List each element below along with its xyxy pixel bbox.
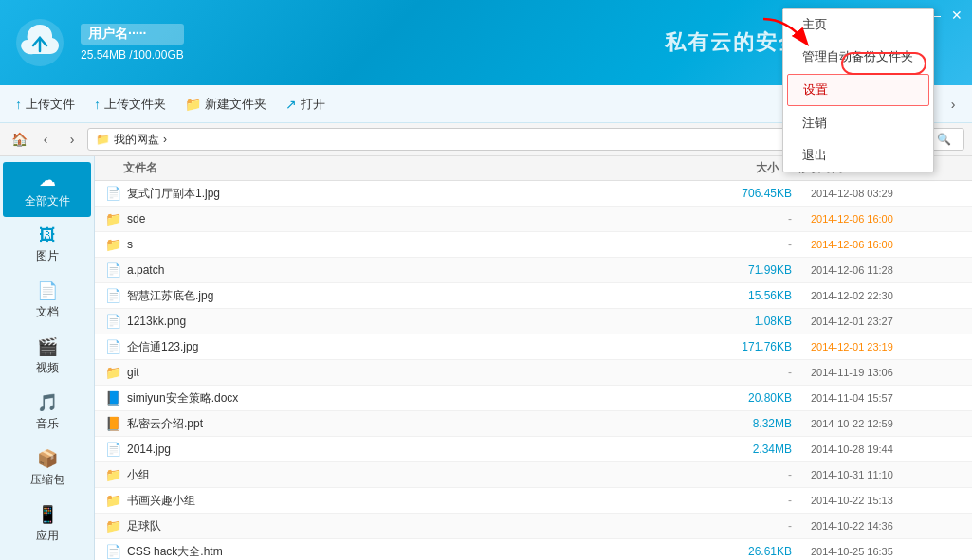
new-folder-button[interactable]: 📁 新建文件夹 (177, 92, 274, 117)
file-row[interactable]: 📄 1213kk.png 1.08KB 2014-12-01 23:27 (95, 309, 972, 334)
file-row[interactable]: 📄 CSS hack大全.htm 26.61KB 2014-10-25 16:3… (95, 539, 972, 560)
breadcrumb-sep: › (163, 133, 167, 146)
upload-file-button[interactable]: ↑ 上传文件 (8, 92, 83, 117)
file-row[interactable]: 📁 足球队 - 2014-10-22 14:36 (95, 514, 972, 539)
file-size: 2.34MB (697, 443, 811, 456)
file-row[interactable]: 📙 私密云介绍.ppt 8.32MB 2014-10-22 12:59 (95, 411, 972, 437)
sidebar-item-zip[interactable]: 📦 压缩包 (3, 441, 91, 496)
file-row[interactable]: 📁 s - 2014-12-06 16:00 (95, 232, 972, 258)
sidebar-item-images[interactable]: 🖼 图片 (3, 218, 91, 272)
file-icon: 📄 (104, 441, 121, 458)
sidebar-icon-images: 🖼 (39, 226, 56, 245)
home-button[interactable]: 🏠 (8, 128, 30, 151)
file-name: 足球队 (127, 518, 697, 534)
new-folder-label: 新建文件夹 (205, 96, 266, 113)
forward-button[interactable]: › (61, 128, 83, 151)
upload-file-label: 上传文件 (26, 96, 75, 113)
file-name: sde (127, 212, 697, 226)
file-icon: 📄 (104, 338, 121, 355)
file-row[interactable]: 📁 sde - 2014-12-06 16:00 (95, 207, 972, 232)
file-row[interactable]: 📁 git - 2014-11-19 13:06 (95, 360, 972, 386)
sidebar-item-apps[interactable]: 📱 应用 (3, 497, 91, 551)
file-size: 171.76KB (697, 340, 811, 353)
file-row[interactable]: 📘 simiyun安全策略.docx 20.80KB 2014-11-04 15… (95, 386, 972, 411)
file-icon: 📘 (104, 389, 121, 406)
upload-file-icon: ↑ (15, 97, 22, 112)
sidebar-item-video[interactable]: 🎬 视频 (3, 329, 91, 384)
open-button[interactable]: ↗ 打开 (278, 92, 333, 117)
file-row[interactable]: 📄 企信通123.jpg 171.76KB 2014-12-01 23:19 (95, 334, 972, 360)
arrow-indicator (759, 14, 816, 52)
sidebar-item-all[interactable]: ☁ 全部文件 (3, 162, 91, 217)
file-size: - (697, 212, 811, 226)
open-icon: ↗ (285, 97, 297, 112)
close-button[interactable]: ✕ (946, 5, 967, 26)
sidebar-label-images: 图片 (36, 248, 59, 264)
file-date: 2014-12-08 03:29 (811, 188, 963, 199)
file-size: - (697, 366, 811, 379)
file-name: 复式门厅副本1.jpg (127, 186, 697, 202)
open-label: 打开 (301, 96, 325, 113)
breadcrumb-path: 📁 我的网盘 › (87, 128, 803, 151)
file-date: 2014-10-31 11:10 (811, 469, 963, 480)
search-icon: 🔍 (937, 133, 951, 146)
file-name: 智慧江苏底色.jpg (127, 288, 697, 304)
sidebar-icon-docs: 📄 (37, 280, 58, 301)
upload-folder-button[interactable]: ↑ 上传文件夹 (86, 92, 174, 117)
file-date: 2014-10-22 15:13 (811, 495, 963, 506)
file-name: s (127, 238, 697, 251)
dropdown-item-exit[interactable]: 退出 (783, 139, 933, 172)
file-area: 文件名 大小 修改时间 📄 复式门厅副本1.jpg 706.45KB 2014-… (95, 156, 972, 560)
folder-icon: 📁 (96, 133, 110, 146)
dropdown-item-settings[interactable]: 设置 (787, 74, 929, 106)
sidebar-icon-zip: 📦 (37, 448, 58, 469)
sidebar-item-other[interactable]: ⊕ 其他 (3, 552, 91, 560)
file-icon: 📄 (104, 185, 121, 202)
file-row[interactable]: 📁 小组 - 2014-10-31 11:10 (95, 462, 972, 488)
file-name: 小组 (127, 467, 697, 483)
back-button[interactable]: ‹ (34, 128, 57, 151)
file-name: 1213kk.png (127, 315, 697, 328)
sidebar-label-docs: 文档 (36, 304, 59, 320)
file-date: 2014-10-28 19:44 (811, 443, 963, 455)
file-date: 2014-10-22 14:36 (811, 520, 963, 532)
header-username: 用户名····· (81, 24, 184, 45)
sidebar-label-all: 全部文件 (25, 193, 70, 209)
breadcrumb-root: 我的网盘 (114, 132, 159, 148)
file-list: 📄 复式门厅副本1.jpg 706.45KB 2014-12-08 03:29 … (95, 181, 972, 560)
sidebar-label-video: 视频 (36, 360, 59, 376)
file-row[interactable]: 📄 a.patch 71.99KB 2014-12-06 11:28 (95, 258, 972, 283)
file-row[interactable]: 📄 2014.jpg 2.34MB 2014-10-28 19:44 (95, 437, 972, 462)
file-date: 2014-10-25 16:35 (811, 546, 963, 557)
file-icon: 📄 (104, 287, 121, 304)
header-storage: 25.54MB /100.00GB (81, 48, 184, 62)
file-row[interactable]: 📄 智慧江苏底色.jpg 15.56KB 2014-12-02 22:30 (95, 283, 972, 309)
col-size-header: 大小 (684, 160, 798, 176)
sidebar-item-docs[interactable]: 📄 文档 (3, 273, 91, 328)
sidebar-item-music[interactable]: 🎵 音乐 (3, 385, 91, 440)
file-name: CSS hack大全.htm (127, 544, 697, 560)
dropdown-item-logout[interactable]: 注销 (783, 107, 933, 139)
sidebar-label-apps: 应用 (36, 528, 59, 544)
new-folder-icon: 📁 (185, 97, 201, 112)
file-row[interactable]: 📁 书画兴趣小组 - 2014-10-22 15:13 (95, 488, 972, 514)
file-icon: 📄 (104, 313, 121, 330)
sidebar-icon-video: 🎬 (37, 336, 58, 357)
file-date: 2014-10-22 12:59 (811, 418, 963, 429)
file-size: 15.56KB (697, 289, 811, 302)
col-name-header: 文件名 (104, 160, 684, 176)
file-icon: 📄 (104, 543, 121, 560)
file-name: simiyun安全策略.docx (127, 390, 697, 406)
file-date: 2014-12-02 22:30 (811, 290, 963, 301)
sidebar: ☁ 全部文件 🖼 图片 📄 文档 🎬 视频 🎵 音乐 📦 压缩包 📱 应用 ⊕ … (0, 156, 95, 560)
file-name: a.patch (127, 263, 697, 277)
sidebar-icon-all: ☁ (39, 170, 56, 190)
file-date: 2014-11-04 15:57 (811, 392, 963, 404)
file-size: 20.80KB (697, 391, 811, 405)
file-row[interactable]: 📄 复式门厅副本1.jpg 706.45KB 2014-12-08 03:29 (95, 181, 972, 207)
file-size: 8.32MB (697, 417, 811, 430)
sidebar-label-zip: 压缩包 (30, 472, 64, 488)
file-name: 企信通123.jpg (127, 339, 697, 355)
more-view-button[interactable]: › (942, 93, 964, 116)
file-size: - (697, 494, 811, 507)
